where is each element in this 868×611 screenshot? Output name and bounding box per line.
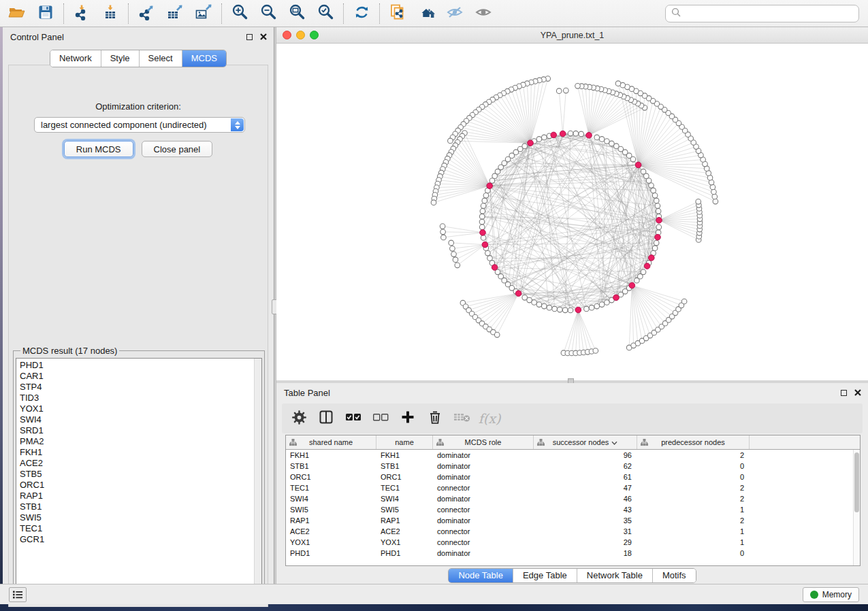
mcds-node[interactable]	[482, 242, 488, 248]
network-node[interactable]	[542, 303, 547, 309]
mcds-result-item[interactable]: STB5	[20, 469, 261, 480]
toolbar-hide-selected-button[interactable]	[440, 2, 469, 25]
network-node[interactable]	[656, 225, 662, 230]
leaf-node[interactable]	[494, 332, 500, 337]
network-node[interactable]	[579, 131, 584, 137]
mcds-node[interactable]	[487, 183, 493, 189]
mcds-node[interactable]	[560, 131, 566, 137]
network-node[interactable]	[589, 305, 594, 310]
cell-predecessor-nodes[interactable]: 0	[637, 461, 750, 472]
cell-predecessor-nodes[interactable]: 1	[637, 537, 750, 548]
cell-predecessor-nodes[interactable]: 2	[637, 482, 750, 493]
mcds-result-item[interactable]: ORC1	[20, 480, 261, 491]
mcds-result-item[interactable]: YOX1	[20, 403, 261, 414]
table-row[interactable]: TEC1TEC1connector472	[286, 482, 860, 493]
cell-name[interactable]: TEC1	[376, 482, 433, 493]
list-vertical-scrollbar[interactable]	[254, 359, 261, 588]
cell-successor-nodes[interactable]: 31	[534, 526, 637, 537]
mcds-result-item[interactable]: PMA2	[20, 436, 261, 447]
table-toolbar-delete-button[interactable]	[426, 409, 444, 428]
leaf-node[interactable]	[448, 138, 453, 144]
mcds-result-item[interactable]: STP4	[20, 382, 261, 393]
network-node[interactable]	[652, 193, 658, 199]
mcds-result-item[interactable]: RAP1	[20, 491, 261, 501]
table-toolbar-function-button[interactable]: f(x)	[481, 409, 498, 428]
cell-MCDS-role[interactable]: connector	[433, 537, 534, 548]
network-node[interactable]	[599, 302, 605, 308]
table-toolbar-select-all-button[interactable]	[344, 409, 362, 428]
cell-MCDS-role[interactable]: connector	[433, 482, 534, 493]
network-node[interactable]	[646, 178, 652, 184]
network-node[interactable]	[479, 219, 485, 225]
cell-name[interactable]: ORC1	[376, 472, 433, 482]
leaf-node[interactable]	[593, 348, 598, 354]
table-row[interactable]: FKH1FKH1dominator962	[286, 450, 860, 461]
mcds-node[interactable]	[649, 255, 655, 261]
mcds-result-item[interactable]: SRD1	[20, 425, 261, 436]
search-input[interactable]	[685, 9, 853, 19]
leaf-node[interactable]	[449, 240, 454, 246]
mcds-node[interactable]	[629, 282, 635, 288]
leaf-node[interactable]	[450, 246, 455, 252]
float-panel-icon[interactable]	[246, 34, 253, 40]
leaf-node[interactable]	[712, 194, 718, 199]
cell-name[interactable]: RAP1	[376, 515, 433, 526]
toolbar-import-table-button[interactable]	[96, 2, 125, 25]
table-row[interactable]: ORC1ORC1dominator610	[286, 472, 860, 482]
mcds-result-list[interactable]: PHD1CAR1STP4TID3YOX1SWI4SRD1PMA2FKH1ACE2…	[16, 358, 262, 596]
cell-predecessor-nodes[interactable]: 0	[637, 548, 750, 559]
toolbar-import-network-button[interactable]	[67, 2, 96, 25]
mcds-node[interactable]	[586, 133, 592, 139]
network-node[interactable]	[594, 303, 600, 309]
network-node[interactable]	[479, 225, 485, 230]
network-node[interactable]	[649, 183, 654, 188]
network-node[interactable]	[481, 235, 486, 241]
network-graph[interactable]	[276, 44, 868, 380]
toolbar-first-neighbors-button[interactable]	[412, 2, 440, 25]
toolbar-open-button[interactable]	[3, 2, 31, 25]
cell-name[interactable]: YOX1	[376, 537, 433, 548]
leaf-node[interactable]	[441, 235, 447, 240]
network-node[interactable]	[594, 135, 600, 140]
column-header-successor-nodes[interactable]: successor nodes	[534, 435, 637, 449]
mcds-node[interactable]	[635, 162, 641, 168]
network-node[interactable]	[547, 305, 552, 310]
cell-successor-nodes[interactable]: 46	[534, 493, 637, 504]
tab-motifs[interactable]: Motifs	[652, 569, 696, 582]
table-row[interactable]: STB1STB1dominator620	[286, 461, 860, 472]
cell-shared-name[interactable]: PHD1	[286, 548, 376, 559]
leaf-node[interactable]	[451, 252, 457, 257]
table-toolbar-delete-table-button[interactable]	[453, 409, 471, 428]
network-window-titlebar[interactable]: YPA_prune.txt_1	[276, 27, 868, 44]
network-node[interactable]	[536, 302, 542, 308]
leaf-node[interactable]	[696, 199, 701, 205]
toolbar-refresh-button[interactable]	[347, 2, 376, 25]
cell-predecessor-nodes[interactable]: 1	[637, 526, 750, 537]
network-node[interactable]	[492, 174, 498, 179]
cell-name[interactable]: FKH1	[376, 450, 433, 461]
table-toolbar-gear-button[interactable]	[290, 409, 308, 428]
criterion-select[interactable]: largest connected component (undirected)	[34, 117, 245, 133]
close-panel-icon[interactable]	[260, 32, 267, 42]
tab-edge-table[interactable]: Edge Table	[513, 569, 577, 582]
cell-successor-nodes[interactable]: 18	[534, 548, 637, 559]
network-node[interactable]	[614, 144, 620, 149]
cell-shared-name[interactable]: ORC1	[286, 472, 376, 482]
cell-MCDS-role[interactable]: connector	[433, 526, 534, 537]
cell-predecessor-nodes[interactable]: 0	[637, 472, 750, 482]
cell-successor-nodes[interactable]: 47	[534, 482, 637, 493]
network-node[interactable]	[652, 246, 658, 251]
mcds-result-item[interactable]: ACE2	[20, 458, 261, 469]
leaf-node[interactable]	[440, 224, 445, 229]
float-table-panel-icon[interactable]	[841, 390, 847, 396]
cell-MCDS-role[interactable]: dominator	[433, 472, 534, 482]
leaf-node[interactable]	[711, 189, 717, 195]
mcds-node[interactable]	[492, 265, 498, 271]
cell-MCDS-role[interactable]: dominator	[433, 493, 534, 504]
network-node[interactable]	[487, 256, 493, 261]
cell-shared-name[interactable]: STB1	[286, 461, 376, 472]
cell-MCDS-role[interactable]: dominator	[433, 450, 534, 461]
toolbar-zoom-out-button[interactable]	[254, 2, 283, 25]
mcds-result-item[interactable]: STB1	[20, 501, 261, 512]
table-row[interactable]: SWI4SWI4dominator462	[286, 493, 860, 504]
